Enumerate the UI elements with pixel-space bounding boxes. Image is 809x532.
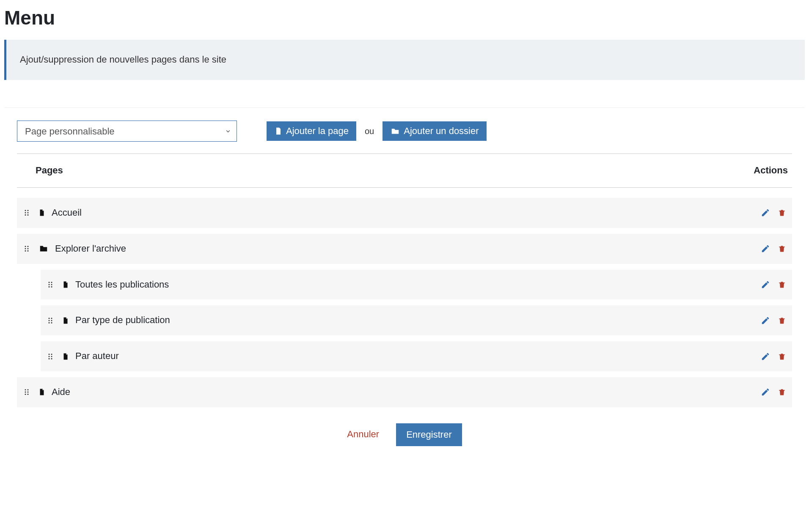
file-icon	[62, 280, 69, 289]
row-label: Explorer l'archive	[55, 242, 761, 255]
menu-row: Par auteur	[41, 341, 792, 371]
pencil-icon	[761, 352, 770, 361]
add-folder-label: Ajouter un dossier	[404, 126, 479, 137]
delete-button[interactable]	[778, 208, 786, 217]
file-icon	[274, 126, 283, 136]
edit-button[interactable]	[761, 352, 770, 361]
info-banner-text: Ajout/suppression de nouvelles pages dan…	[20, 54, 226, 65]
folder-icon	[390, 126, 400, 136]
cancel-link[interactable]: Annuler	[347, 428, 379, 441]
row-label: Toutes les publications	[75, 278, 761, 291]
trash-icon	[778, 387, 786, 397]
edit-button[interactable]	[761, 244, 770, 253]
edit-button[interactable]	[761, 316, 770, 325]
page-type-select-wrap: Page personnalisable	[17, 121, 237, 142]
menu-panel: Page personnalisable Ajouter la page ou …	[4, 107, 805, 455]
pencil-icon	[761, 208, 770, 217]
delete-button[interactable]	[778, 352, 786, 361]
file-icon	[62, 316, 69, 325]
pencil-icon	[761, 387, 770, 397]
row-actions	[761, 280, 786, 289]
info-banner: Ajout/suppression de nouvelles pages dan…	[4, 40, 805, 80]
save-button[interactable]: Enregistrer	[396, 423, 462, 446]
edit-button[interactable]	[761, 387, 770, 397]
or-label: ou	[365, 125, 374, 137]
pencil-icon	[761, 280, 770, 289]
file-icon	[38, 387, 46, 397]
trash-icon	[778, 280, 786, 289]
page-type-select[interactable]: Page personnalisable	[17, 121, 237, 142]
row-actions	[761, 244, 786, 253]
trash-icon	[778, 352, 786, 361]
file-icon	[38, 208, 46, 217]
row-label: Aide	[52, 386, 761, 399]
page-title: Menu	[4, 4, 805, 31]
edit-button[interactable]	[761, 280, 770, 289]
add-folder-button[interactable]: Ajouter un dossier	[382, 121, 486, 141]
menu-row: Explorer l'archive	[17, 234, 792, 264]
col-actions-header: Actions	[754, 164, 788, 177]
row-actions	[761, 316, 786, 325]
row-label: Accueil	[52, 206, 761, 219]
pencil-icon	[761, 316, 770, 325]
delete-button[interactable]	[778, 387, 786, 397]
menu-row: Par type de publication	[41, 305, 792, 335]
row-label: Par type de publication	[75, 314, 761, 327]
drag-handle-icon[interactable]	[47, 352, 54, 361]
drag-handle-icon[interactable]	[23, 387, 30, 397]
trash-icon	[778, 244, 786, 253]
row-actions	[761, 208, 786, 217]
drag-handle-icon[interactable]	[23, 244, 30, 253]
menu-row: Toutes les publications	[41, 270, 792, 300]
col-pages-header: Pages	[36, 164, 63, 177]
row-actions	[761, 352, 786, 361]
footer: Annuler Enregistrer	[17, 413, 792, 450]
trash-icon	[778, 316, 786, 325]
menu-row: Accueil	[17, 198, 792, 228]
rows-container: AccueilExplorer l'archiveToutes les publ…	[17, 198, 792, 407]
table-header: Pages Actions	[17, 154, 792, 188]
delete-button[interactable]	[778, 244, 786, 253]
add-page-label: Ajouter la page	[286, 126, 349, 137]
drag-handle-icon[interactable]	[47, 280, 54, 289]
pencil-icon	[761, 244, 770, 253]
toolbar: Page personnalisable Ajouter la page ou …	[17, 121, 792, 154]
drag-handle-icon[interactable]	[47, 316, 54, 325]
menu-row: Aide	[17, 377, 792, 407]
add-page-button[interactable]: Ajouter la page	[267, 121, 356, 141]
row-actions	[761, 387, 786, 397]
file-icon	[62, 352, 69, 361]
drag-handle-icon[interactable]	[23, 208, 30, 217]
row-label: Par auteur	[75, 350, 761, 363]
delete-button[interactable]	[778, 280, 786, 289]
delete-button[interactable]	[778, 316, 786, 325]
folder-icon	[38, 244, 49, 253]
trash-icon	[778, 208, 786, 217]
edit-button[interactable]	[761, 208, 770, 217]
